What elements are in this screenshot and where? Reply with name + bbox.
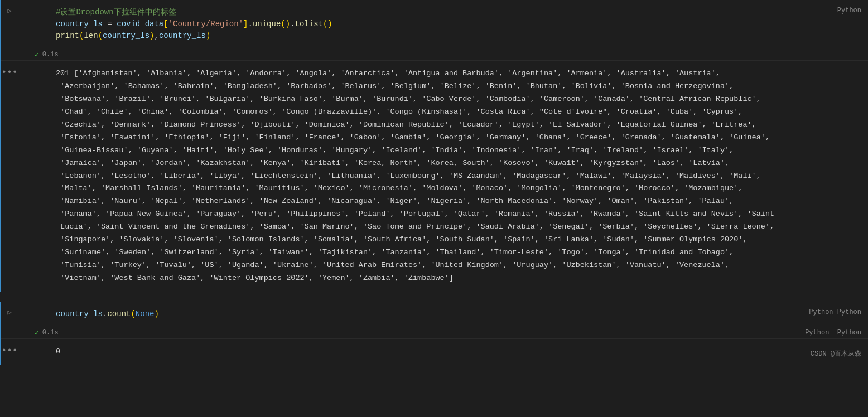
cell-2-output-value: 0 <box>51 343 804 361</box>
cell-2-output-gutter <box>18 343 51 361</box>
cell-2-code[interactable]: country_ls.count(None) <box>51 306 802 322</box>
cell-1-output: ••• 201 ['Afghanistan', 'Albania', 'Alge… <box>1 60 868 292</box>
cell-1-code[interactable]: #设置Dropdown下拉组件中的标签 country_ls = covid_d… <box>51 4 831 44</box>
cell-1-run-button[interactable]: ▷ <box>1 4 18 44</box>
cell-2-status: ✓ 0.1s Python Python <box>1 327 868 338</box>
cell-1-output-text: 201 ['Afghanistan', 'Albania', 'Algeria'… <box>51 65 868 287</box>
cell-2-status-check: ✓ <box>35 328 39 337</box>
code-comment: #设置Dropdown下拉组件中的标签 <box>56 8 176 17</box>
cell-2-output-dots: ••• <box>1 343 18 361</box>
cell-1-status: ✓ 0.1s <box>1 49 868 60</box>
cell-2-language: Python Python <box>802 306 868 318</box>
cell-2-brand: CSDN @百木从森 <box>804 347 868 361</box>
cell-2-input: ▷ country_ls.count(None) Python Python <box>1 302 868 327</box>
cell-1-status-time: 0.1s <box>42 51 59 59</box>
cell-divider <box>0 292 868 302</box>
cell-1-language: Python <box>831 4 868 17</box>
cell-2-gutter <box>18 306 51 322</box>
cell-2-status-lang: Python Python <box>805 329 868 337</box>
cell-1-output-dots: ••• <box>1 65 18 287</box>
cell-1-input: ▷ #设置Dropdown下拉组件中的标签 country_ls = covid… <box>1 0 868 49</box>
notebook-container: ▷ #设置Dropdown下拉组件中的标签 country_ls = covid… <box>0 0 868 365</box>
cell-2-run-button[interactable]: ▷ <box>1 306 18 322</box>
cell-1-status-check: ✓ <box>35 50 39 59</box>
cell-1: ▷ #设置Dropdown下拉组件中的标签 country_ls = covid… <box>0 0 868 292</box>
cell-1-gutter <box>18 4 51 44</box>
code-var: country_ls <box>56 20 103 28</box>
cell-1-output-gutter <box>18 65 51 287</box>
cell-2-output: ••• 0 CSDN @百木从森 <box>1 338 868 365</box>
cell-2-status-time: 0.1s <box>42 329 59 337</box>
cell-2: ▷ country_ls.count(None) Python Python ✓… <box>0 302 868 365</box>
